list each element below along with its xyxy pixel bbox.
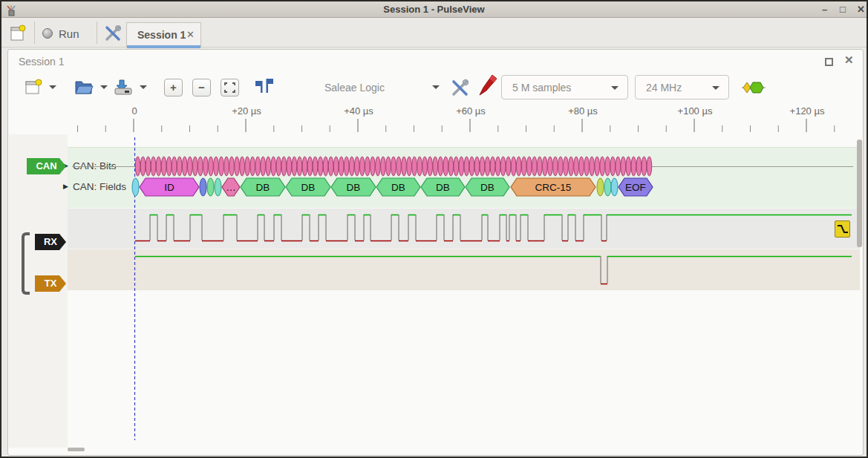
minimize-button[interactable]: – — [822, 4, 827, 15]
title-bar: Session 1 - PulseView – □ ✕ — [1, 1, 867, 18]
toolbar-separator — [34, 22, 35, 44]
main-toolbar: Run Session 1 ✕ — [1, 19, 867, 48]
ruler-label: +40 µs — [344, 105, 373, 117]
ruler-label: +20 µs — [232, 105, 261, 117]
ruler-label: +60 µs — [456, 105, 486, 117]
tx-row-background — [68, 249, 860, 290]
run-state-icon — [42, 28, 53, 39]
ruler-label: +80 µs — [568, 105, 598, 117]
toolbar-separator — [97, 22, 97, 44]
vertical-scrollbar[interactable] — [857, 140, 862, 247]
expander-can-fields-icon[interactable]: ▶ — [63, 183, 68, 190]
ruler-label: +120 µs — [790, 105, 825, 117]
horizontal-scrollbar[interactable] — [68, 448, 85, 451]
pulseview-window: Session 1 - PulseView – □ ✕ Run — [0, 0, 868, 458]
wrench-screwdriver-icon — [104, 24, 122, 42]
active-tab-indicator — [127, 45, 200, 48]
ruler-label: +100 µs — [678, 105, 713, 117]
run-button-label: Run — [59, 27, 79, 40]
trigger-marker-badge[interactable] — [835, 220, 850, 238]
settings-button[interactable] — [104, 24, 122, 45]
rx-row-background — [68, 208, 860, 249]
run-button[interactable]: Run — [42, 19, 94, 48]
row-label-can-bits: CAN: Bits — [73, 160, 117, 171]
row-label-can-fields: CAN: Fields — [73, 181, 126, 192]
channel-group-bracket — [22, 232, 30, 295]
tab-label: Session 1 — [137, 29, 186, 41]
ruler-label: 0 — [131, 105, 137, 117]
maximize-button[interactable]: □ — [840, 4, 846, 15]
decoder-tag-can[interactable]: CAN — [27, 158, 66, 174]
new-session-button[interactable] — [9, 24, 27, 45]
can-decoder-row-background — [68, 147, 860, 208]
tab-close-icon[interactable]: ✕ — [186, 29, 195, 40]
session-dock: Session 1 ✕ — [7, 49, 864, 456]
falling-edge-icon — [835, 221, 849, 237]
new-session-icon — [9, 24, 27, 42]
window-title: Session 1 - PulseView — [1, 4, 867, 15]
close-button[interactable]: ✕ — [857, 4, 865, 15]
tab-session-1[interactable]: Session 1 ✕ — [126, 22, 201, 48]
